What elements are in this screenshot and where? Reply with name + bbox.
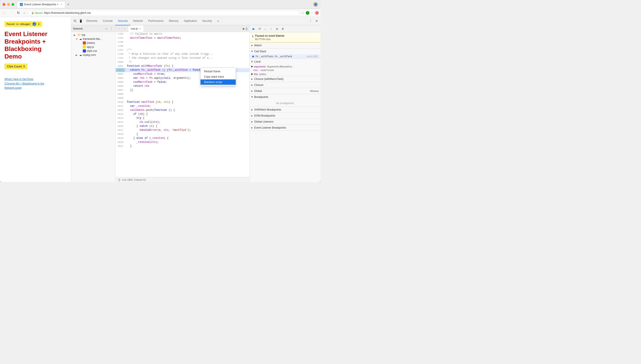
tab-application[interactable]: Application xyxy=(181,17,200,25)
fullscreen-traffic-light[interactable] xyxy=(12,3,14,6)
tab-network[interactable]: Network xyxy=(130,17,146,25)
bookmark-icon[interactable]: ☆ xyxy=(302,11,304,15)
context-menu-blackbox-script[interactable]: Blackbox script xyxy=(200,80,236,85)
dom-breakpoints-header[interactable]: ▶ DOM Breakpoints xyxy=(250,113,320,118)
paused-subtitle: BUTTON.click xyxy=(255,38,284,40)
file-tree-panel: Network » ⋮ ▶ 📁 top ▼ xyxy=(71,25,116,182)
xhr-breakpoints-header[interactable]: ▶ XHR/fetch Breakpoints xyxy=(250,107,320,112)
title-line2: Breakpoints + xyxy=(4,38,66,46)
callstack-item[interactable]: fn._withTask.fn._withTask vue.js:1802 xyxy=(250,54,320,58)
code-line: 1815 cb.call(ctx); xyxy=(116,120,249,124)
tree-item-unpkg[interactable]: ▶ ☁ unpkg.com xyxy=(71,53,116,57)
tree-toggle-unpkg: ▶ xyxy=(76,54,78,56)
code-tab-vuejs[interactable]: vue.js ✕ xyxy=(128,25,144,32)
file-icon-stylecss xyxy=(83,50,86,52)
new-tab-button[interactable]: + xyxy=(66,2,70,7)
cloud-icon-framework: ☁ xyxy=(79,38,82,40)
step-out-button[interactable]: ↑ xyxy=(269,26,274,31)
paused-title: Paused on event listener xyxy=(255,34,284,38)
scope-this[interactable]: ▶ this: button xyxy=(250,72,320,76)
secure-badge: 🔒 Secure xyxy=(31,11,43,14)
more-icon[interactable]: ⋯ xyxy=(311,11,314,15)
close-traffic-light[interactable] xyxy=(3,3,5,6)
tab-elements[interactable]: Elements xyxy=(84,17,100,25)
pause-on-exceptions-button[interactable]: ⏸ xyxy=(280,26,285,31)
breakpoints-header[interactable]: ▶ Breakpoints xyxy=(250,94,320,100)
scope-this-val: button xyxy=(259,73,266,76)
step-over-button[interactable]: ↺ xyxy=(257,26,262,31)
format-icon[interactable]: {} xyxy=(118,178,120,181)
minimize-traffic-light[interactable] xyxy=(7,3,10,6)
file-tree-menu-button[interactable]: ⋮ xyxy=(109,27,114,31)
code-run-button[interactable]: ▶ xyxy=(243,27,245,30)
tab-sources[interactable]: Sources xyxy=(115,17,130,25)
home-button[interactable]: ⌂ xyxy=(22,10,26,15)
code-nav-next[interactable]: › xyxy=(122,25,128,32)
closure-with-chevron: ▶ xyxy=(251,78,253,80)
code-tab-close[interactable]: ✕ xyxy=(139,27,141,30)
file-tree-more-button[interactable]: » xyxy=(104,27,108,31)
close-devtools-button[interactable]: ✕ xyxy=(314,18,320,24)
tab-memory[interactable]: Memory xyxy=(166,17,181,25)
right-panel: ▶ ↺ ↓ ↑ ⊘ ⏸ ℹ Paused on event listener B… xyxy=(249,25,320,182)
tab-close-button[interactable]: × xyxy=(61,3,62,6)
step-into-button[interactable]: ↓ xyxy=(263,26,268,31)
info-icon: ℹ xyxy=(252,34,253,38)
page-title: Event Listener Breakpoints + Blackboxing… xyxy=(4,30,66,60)
title-line3: Blackboxing xyxy=(4,45,66,53)
watch-chevron: ▶ xyxy=(251,44,253,46)
step-icon[interactable]: ⬇ xyxy=(38,22,40,26)
page-link-1[interactable]: What's New In DevTools xyxy=(4,77,66,82)
tree-item-framework[interactable]: ▼ ☁ framework-bla... xyxy=(71,37,116,41)
global-chevron: ▶ xyxy=(251,90,253,92)
browser-tab[interactable]: ⚡ Event Listener Breakpoints + × xyxy=(17,1,65,8)
security-icon: ✓ xyxy=(306,11,309,15)
tree-item-stylecss[interactable]: style.css xyxy=(71,49,116,53)
address-input[interactable]: 🔒 Secure https://framework-blackboxing.g… xyxy=(28,10,300,16)
tab-security[interactable]: Security xyxy=(200,17,214,25)
global-header[interactable]: ▶ Global Window xyxy=(250,88,320,94)
reload-button[interactable]: ↻ xyxy=(16,10,21,15)
code-toolbar-right: ▶ {} xyxy=(243,27,249,30)
context-menu-copy-stack-trace[interactable]: Copy stack trace xyxy=(200,74,236,80)
tree-item-index[interactable]: (index) xyxy=(71,41,116,45)
browser-window: ⚡ Event Listener Breakpoints + × + 👤 ← →… xyxy=(0,0,320,182)
callstack-section-header[interactable]: ▶ Call Stack xyxy=(250,48,320,54)
context-menu-restart-frame[interactable]: Restart frame xyxy=(200,69,236,74)
tree-item-appjs[interactable]: app.js xyxy=(71,45,116,49)
tree-label-unpkg: unpkg.com xyxy=(83,54,96,56)
deactivate-breakpoints-button[interactable]: ⊘ xyxy=(274,26,279,31)
code-nav-prev[interactable]: ‹ xyxy=(116,25,122,32)
local-label: Local xyxy=(254,60,261,63)
tree-label-stylecss: style.css xyxy=(87,50,97,52)
customize-button[interactable]: ⋮ xyxy=(308,18,314,24)
closure-header[interactable]: ▶ Closure xyxy=(250,82,320,88)
device-toggle-button[interactable]: 📱 xyxy=(78,18,84,24)
tab-performance[interactable]: Performance xyxy=(146,17,166,25)
resume-execution-button[interactable]: ▶ xyxy=(251,26,256,31)
global-listeners-header[interactable]: ▶ Global Listeners xyxy=(250,119,320,124)
local-section: ▶ Local ▶ arguments: Arguments [MouseEve… xyxy=(250,59,320,76)
code-area[interactable]: 1793 // fallback to macro 1794 microTime… xyxy=(116,32,249,177)
callstack-fn-name: fn._withTask.fn._withTask xyxy=(255,55,305,58)
resume-button[interactable]: ▶ xyxy=(32,22,36,26)
code-format-button[interactable]: {} xyxy=(246,27,248,30)
closure-with-header[interactable]: ▶ Closure (withMacroTask) xyxy=(250,76,320,82)
tab-more[interactable]: » xyxy=(214,17,222,25)
code-line: 1798 * Wrap a function so that if any co… xyxy=(116,52,249,56)
title-line1: Event Listener xyxy=(4,30,66,38)
scope-arguments[interactable]: ▶ arguments: Arguments [MouseEve... xyxy=(250,64,320,68)
event-listener-breakpoints-header[interactable]: ▶ Event Listener Breakpoints xyxy=(250,125,320,130)
tree-item-top[interactable]: ▶ 📁 top xyxy=(71,33,116,37)
watch-section-header[interactable]: ▶ Watch xyxy=(250,42,320,48)
inspect-element-button[interactable] xyxy=(72,18,78,24)
closure-section: ▶ Closure xyxy=(250,82,320,88)
page-link-3[interactable]: Network panel xyxy=(4,86,66,90)
closure-label: Closure xyxy=(254,84,263,86)
page-link-2[interactable]: (Chrome 66) > Blackboxing in the xyxy=(4,82,66,86)
back-button[interactable]: ← xyxy=(2,10,7,15)
forward-button[interactable]: → xyxy=(9,10,14,15)
local-section-header[interactable]: ▶ Local xyxy=(250,59,320,64)
tab-console[interactable]: Console xyxy=(100,17,115,25)
devtools-more-buttons: ⋮ ✕ xyxy=(308,18,320,24)
